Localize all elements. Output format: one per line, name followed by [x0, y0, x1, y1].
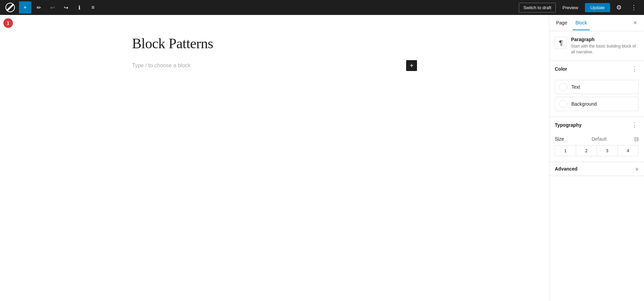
typography-section: Typography ⋮ Size Default ⊟ 1 2 3 4 [549, 117, 644, 162]
block-name: Paragraph [571, 37, 639, 42]
typography-content: Size Default ⊟ 1 2 3 4 [549, 133, 644, 162]
color-more-button[interactable]: ⋮ [630, 65, 639, 73]
pen-icon: ✏ [37, 4, 41, 11]
info-button[interactable]: ℹ [73, 1, 86, 14]
close-icon: × [633, 19, 637, 26]
more-options-button[interactable]: ⋮ [628, 1, 640, 14]
size-filter-icon: ⊟ [634, 136, 639, 142]
update-button[interactable]: Update [585, 3, 610, 12]
color-options: Text Background [549, 77, 644, 117]
main-layout: 1 Block Patterns Type / to choose a bloc… [0, 15, 644, 301]
paragraph-block-icon: ¶ [555, 37, 567, 49]
block-description-text: Start with the basic building block of a… [571, 43, 639, 55]
background-color-swatch [559, 100, 567, 108]
advanced-section-header[interactable]: Advanced ∨ [549, 162, 644, 176]
more-icon: ⋮ [631, 4, 637, 11]
advanced-section: Advanced ∨ [549, 162, 644, 176]
toolbar-right: Switch to draft Preview Update ⚙ ⋮ [519, 1, 640, 14]
switch-to-draft-button[interactable]: Switch to draft [519, 3, 555, 13]
background-color-label: Background [571, 101, 597, 107]
list-view-icon: ≡ [91, 4, 94, 11]
wp-logo[interactable] [4, 1, 16, 14]
undo-icon: ↩ [50, 4, 55, 11]
info-icon: ℹ [78, 4, 80, 11]
chevron-down-icon: ∨ [635, 166, 639, 172]
preview-button[interactable]: Preview [558, 3, 582, 12]
tab-block[interactable]: Block [573, 16, 590, 30]
color-section: Color ⋮ Text Background [549, 61, 644, 117]
size-label: Size [555, 136, 564, 142]
inline-add-block-button[interactable]: + [406, 60, 417, 71]
typography-more-icon: ⋮ [631, 121, 638, 129]
typography-section-header[interactable]: Typography ⋮ [549, 117, 644, 133]
plus-icon: + [410, 62, 414, 70]
size-filter-button[interactable]: ⊟ [634, 136, 639, 142]
toolbar-left: + ✏ ↩ ↪ ℹ ≡ [4, 1, 517, 14]
editor-area: 1 Block Patterns Type / to choose a bloc… [0, 15, 549, 301]
add-icon: + [23, 4, 26, 11]
color-option-background[interactable]: Background [555, 97, 639, 111]
page-title[interactable]: Block Patterns [132, 35, 417, 52]
tab-page[interactable]: Page [553, 16, 570, 30]
typography-more-button[interactable]: ⋮ [630, 121, 639, 129]
block-info: ¶ Paragraph Start with the basic buildin… [549, 31, 644, 61]
color-section-label: Color [555, 66, 567, 72]
block-description: Paragraph Start with the basic building … [571, 37, 639, 55]
add-block-toolbar-button[interactable]: + [19, 1, 31, 14]
editor-content: Block Patterns Type / to choose a block … [132, 35, 417, 71]
size-button-4[interactable]: 4 [618, 145, 639, 156]
block-placeholder[interactable]: Type / to choose a block [132, 61, 402, 70]
settings-button[interactable]: ⚙ [613, 1, 625, 14]
typography-section-label: Typography [555, 122, 582, 128]
color-section-header[interactable]: Color ⋮ [549, 61, 644, 77]
list-view-button[interactable]: ≡ [87, 1, 99, 14]
text-color-swatch [559, 83, 567, 91]
edit-pen-button[interactable]: ✏ [33, 1, 45, 14]
redo-icon: ↪ [64, 4, 68, 11]
sidebar-close-button[interactable]: × [630, 18, 640, 28]
size-buttons: 1 2 3 4 [555, 145, 639, 156]
sidebar-tabs: Page Block × [549, 15, 644, 31]
size-button-1[interactable]: 1 [555, 145, 576, 156]
text-color-label: Text [571, 84, 580, 90]
block-input-row: Type / to choose a block + [132, 60, 417, 71]
main-toolbar: + ✏ ↩ ↪ ℹ ≡ Switch to draft Preview Upda… [0, 0, 644, 15]
undo-button[interactable]: ↩ [46, 1, 58, 14]
color-option-text[interactable]: Text [555, 80, 639, 94]
redo-button[interactable]: ↪ [60, 1, 72, 14]
color-more-icon: ⋮ [631, 65, 638, 73]
notification-badge[interactable]: 1 [3, 18, 13, 28]
size-row: Size Default ⊟ [555, 136, 639, 142]
size-default-label: Default [591, 136, 606, 142]
right-sidebar: Page Block × ¶ Paragraph Start with the … [549, 15, 644, 301]
advanced-label: Advanced [555, 166, 577, 172]
size-button-2[interactable]: 2 [576, 145, 597, 156]
size-button-3[interactable]: 3 [597, 145, 618, 156]
settings-icon: ⚙ [616, 4, 622, 11]
